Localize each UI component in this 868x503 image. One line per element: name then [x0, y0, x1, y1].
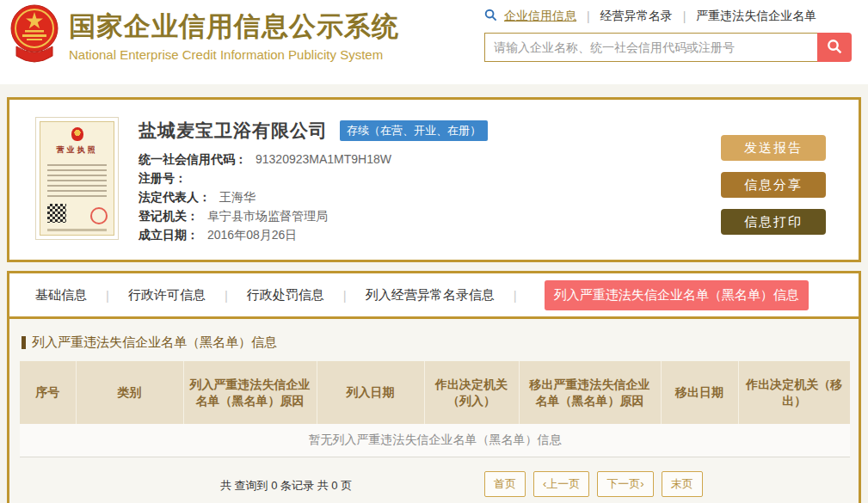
section-title-text: 列入严重违法失信企业名单（黑名单）信息 [32, 334, 277, 351]
table-header-row: 序号 类别 列入严重违法失信企业名单（黑名单）原因 列入日期 作出决定机关（列入… [20, 361, 850, 424]
col-removal-reason: 移出严重违法失信企业名单（黑名单）原因 [519, 361, 661, 424]
business-license-thumbnail[interactable]: 营业执照 [35, 117, 119, 240]
search-type-nav: 企业信用信息 | 经营异常名录 | 严重违法失信企业名单 [484, 7, 863, 26]
field-value: 阜宁县市场监督管理局 [207, 210, 328, 222]
site-title: 国家企业信用信息公示系统 [69, 9, 399, 45]
field-label: 成立日期： [139, 229, 199, 241]
print-info-button[interactable]: 信息打印 [721, 209, 826, 235]
pagination: 共 查询到 0 条记录 共 0 页 首页 ‹上一页 下一页› 末页 [20, 463, 848, 503]
col-removal-date: 移出日期 [661, 361, 738, 424]
nav-link-enterprise-credit[interactable]: 企业信用信息 [504, 9, 576, 24]
tab-serious-violation-blacklist[interactable]: 列入严重违法失信企业名单（黑名单）信息 [545, 280, 809, 310]
search-button[interactable] [817, 33, 852, 62]
next-page-button[interactable]: 下一页› [597, 471, 653, 497]
send-report-button[interactable]: 发送报告 [721, 135, 826, 161]
nav-link-serious-violation[interactable]: 严重违法失信企业名单 [696, 9, 816, 24]
first-page-button[interactable]: 首页 [484, 471, 526, 497]
field-establishment-date: 成立日期： 2016年08月26日 [139, 229, 488, 241]
field-registration-authority: 登记机关： 阜宁县市场监督管理局 [139, 210, 488, 222]
field-label: 登记机关： [139, 210, 199, 222]
company-name: 盐城麦宝卫浴有限公司 [139, 119, 328, 143]
blacklist-section: 列入严重违法失信企业名单（黑名单）信息 序号 类别 列入严重违法失信企业名单（黑… [9, 319, 859, 503]
tab-divider: | [225, 288, 228, 303]
site-subtitle: National Enterprise Credit Information P… [69, 47, 399, 62]
national-emblem-logo [9, 4, 60, 68]
license-title: 营业执照 [40, 144, 114, 156]
col-inclusion-date: 列入日期 [317, 361, 424, 424]
field-credit-code: 统一社会信用代码： 91320923MA1MT9H18W [139, 153, 488, 165]
red-stamp-icon [90, 207, 108, 224]
section-title-bar [22, 336, 26, 349]
field-registration-number: 注册号： [139, 172, 488, 184]
tab-administrative-penalty[interactable]: 行政处罚信息 [247, 287, 324, 304]
col-serial-number: 序号 [20, 361, 76, 424]
company-summary-card: 营业执照 盐城麦宝卫浴有限公司 存续（在营、开业、在册） 统一社会信用代码： 9… [7, 97, 861, 262]
tab-administrative-license[interactable]: 行政许可信息 [128, 287, 206, 304]
nav-link-abnormal-operations[interactable]: 经营异常名录 [600, 9, 673, 24]
blacklist-table: 序号 类别 列入严重违法失信企业名单（黑名单）原因 列入日期 作出决定机关（列入… [20, 361, 850, 457]
tab-abnormal-operations-list[interactable]: 列入经营异常名录信息 [366, 287, 495, 304]
field-label: 注册号： [139, 172, 187, 184]
qr-code [47, 204, 66, 223]
col-deciding-authority-removal: 作出决定机关（移出） [738, 361, 850, 424]
field-value: 王海华 [219, 191, 255, 203]
tab-basic-info[interactable]: 基础信息 [35, 287, 87, 304]
nav-divider: | [683, 9, 686, 23]
section-title: 列入严重违法失信企业名单（黑名单）信息 [22, 334, 848, 351]
search-button-icon [827, 39, 842, 57]
search-icon [484, 9, 497, 24]
field-label: 统一社会信用代码： [139, 153, 247, 165]
site-header: 国家企业信用信息公示系统 National Enterprise Credit … [0, 0, 868, 84]
page-background: 营业执照 盐城麦宝卫浴有限公司 存续（在营、开业、在册） 统一社会信用代码： 9… [0, 84, 868, 503]
license-text-lines [47, 161, 107, 200]
tab-divider: | [514, 288, 517, 303]
field-label: 法定代表人： [139, 191, 211, 203]
tab-divider: | [343, 288, 347, 303]
col-category: 类别 [76, 361, 183, 424]
license-footer-line [47, 229, 107, 231]
detail-card: 基础信息 | 行政许可信息 | 行政处罚信息 | 列入经营异常名录信息 | 列入… [7, 271, 861, 503]
nav-divider: | [587, 9, 590, 23]
status-badge: 存续（在营、开业、在册） [340, 120, 488, 141]
field-value: 2016年08月26日 [207, 229, 297, 241]
empty-state-message: 暂无列入严重违法失信企业名单（黑名单）信息 [20, 424, 850, 457]
previous-page-button[interactable]: ‹上一页 [533, 471, 589, 497]
col-deciding-authority-inclusion: 作出决定机关（列入） [424, 361, 519, 424]
search-input[interactable] [484, 33, 817, 62]
empty-state-row: 暂无列入严重违法失信企业名单（黑名单）信息 [20, 424, 850, 457]
license-emblem-icon [71, 127, 83, 141]
col-inclusion-reason: 列入严重违法失信企业名单（黑名单）原因 [183, 361, 317, 424]
field-value: 91320923MA1MT9H18W [255, 153, 391, 165]
record-count-summary: 共 查询到 0 条记录 共 0 页 [220, 478, 352, 494]
share-info-button[interactable]: 信息分享 [721, 172, 826, 198]
tab-bar: 基础信息 | 行政许可信息 | 行政处罚信息 | 列入经营异常名录信息 | 列入… [9, 273, 859, 316]
last-page-button[interactable]: 末页 [662, 471, 703, 497]
field-legal-representative: 法定代表人： 王海华 [139, 191, 488, 203]
tab-divider: | [106, 288, 109, 303]
